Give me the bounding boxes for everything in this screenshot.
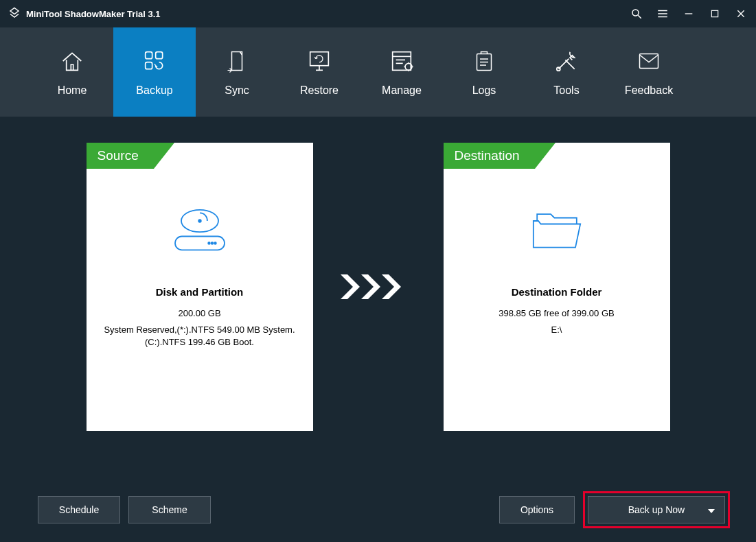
- nav-manage[interactable]: Manage: [360, 27, 443, 117]
- svg-rect-6: [711, 10, 718, 16]
- nav-label: Backup: [136, 84, 172, 97]
- nav-label: Manage: [382, 84, 422, 97]
- svg-point-27: [214, 242, 216, 244]
- source-size: 200.00 GB: [171, 307, 227, 320]
- app-title: MiniTool ShadowMaker Trial 3.1: [26, 9, 161, 19]
- nav-label: Logs: [472, 84, 496, 97]
- source-tab-label: Source: [98, 148, 139, 163]
- source-tab: Source: [87, 143, 154, 169]
- nav-logs[interactable]: Logs: [443, 27, 525, 117]
- bottom-left-group: Schedule Scheme: [38, 496, 211, 523]
- nav-tools[interactable]: Tools: [525, 27, 608, 117]
- highlight-annotation: Back up Now: [583, 491, 730, 528]
- destination-tab: Destination: [444, 143, 535, 169]
- nav-label: Home: [58, 84, 87, 97]
- svg-rect-15: [393, 52, 411, 71]
- nav-restore[interactable]: Restore: [278, 27, 360, 117]
- nav-label: Feedback: [625, 84, 673, 97]
- svg-point-0: [632, 10, 639, 16]
- svg-rect-9: [146, 52, 152, 59]
- nav-label: Restore: [300, 84, 339, 97]
- source-details: System Reserved,(*:).NTFS 549.00 MB Syst…: [87, 324, 313, 349]
- bottom-right-group: Options Back up Now: [499, 491, 730, 528]
- main-content: Source Disk and Partition 200.00 GB Syst…: [0, 117, 756, 445]
- disk-icon: [169, 204, 231, 259]
- nav-sync[interactable]: Sync: [196, 27, 278, 117]
- destination-title: Destination Folder: [512, 286, 602, 298]
- logs-icon: [472, 47, 496, 75]
- scheme-label: Scheme: [152, 504, 187, 515]
- destination-card[interactable]: Destination Destination Folder 398.85 GB…: [444, 143, 670, 431]
- svg-rect-12: [310, 52, 329, 66]
- svg-point-28: [211, 242, 213, 244]
- destination-body: Destination Folder 398.85 GB free of 399…: [444, 143, 670, 340]
- main-nav: Home Backup Sync Restore Manage Logs T: [0, 27, 756, 117]
- svg-rect-25: [640, 54, 658, 69]
- options-label: Options: [520, 504, 553, 515]
- minimize-icon[interactable]: [682, 7, 696, 21]
- feedback-icon: [635, 47, 663, 75]
- scheme-button[interactable]: Scheme: [128, 496, 211, 523]
- backup-icon: [141, 47, 168, 75]
- svg-point-24: [557, 67, 560, 71]
- backup-now-label: Back up Now: [628, 504, 685, 515]
- close-icon[interactable]: [734, 7, 748, 21]
- dropdown-caret-icon: [708, 504, 715, 515]
- home-icon: [58, 47, 86, 75]
- nav-home[interactable]: Home: [31, 27, 113, 117]
- source-title: Disk and Partition: [156, 286, 244, 298]
- schedule-label: Schedule: [59, 504, 99, 515]
- app-logo-icon: [8, 7, 21, 21]
- destination-path: E:\: [545, 324, 569, 336]
- titlebar: MiniTool ShadowMaker Trial 3.1: [0, 0, 756, 27]
- menu-icon[interactable]: [656, 7, 669, 21]
- nav-backup[interactable]: Backup: [113, 27, 196, 117]
- app-title-group: MiniTool ShadowMaker Trial 3.1: [8, 7, 161, 21]
- search-icon[interactable]: [630, 7, 643, 21]
- schedule-button[interactable]: Schedule: [38, 496, 120, 523]
- options-button[interactable]: Options: [499, 496, 575, 523]
- folder-icon: [526, 204, 588, 259]
- svg-rect-26: [175, 237, 225, 250]
- sync-icon: [225, 47, 249, 75]
- tools-icon: [553, 47, 580, 75]
- restore-icon: [305, 47, 334, 75]
- arrow-icon: [341, 274, 416, 299]
- nav-feedback[interactable]: Feedback: [608, 27, 690, 117]
- bottom-toolbar: Schedule Scheme Options Back up Now: [38, 491, 730, 528]
- svg-line-1: [638, 15, 641, 19]
- svg-point-31: [198, 220, 201, 222]
- svg-point-29: [208, 242, 210, 244]
- backup-now-button[interactable]: Back up Now: [588, 496, 725, 523]
- manage-icon: [388, 47, 415, 75]
- svg-rect-10: [156, 52, 163, 59]
- nav-label: Sync: [225, 84, 249, 97]
- source-body: Disk and Partition 200.00 GB System Rese…: [87, 143, 313, 353]
- nav-label: Tools: [553, 84, 579, 97]
- maximize-icon[interactable]: [708, 7, 722, 21]
- destination-free: 398.85 GB free of 399.00 GB: [492, 307, 621, 320]
- destination-tab-label: Destination: [455, 148, 520, 163]
- source-card[interactable]: Source Disk and Partition 200.00 GB Syst…: [87, 143, 313, 431]
- svg-rect-11: [146, 62, 152, 69]
- titlebar-controls: [630, 7, 748, 21]
